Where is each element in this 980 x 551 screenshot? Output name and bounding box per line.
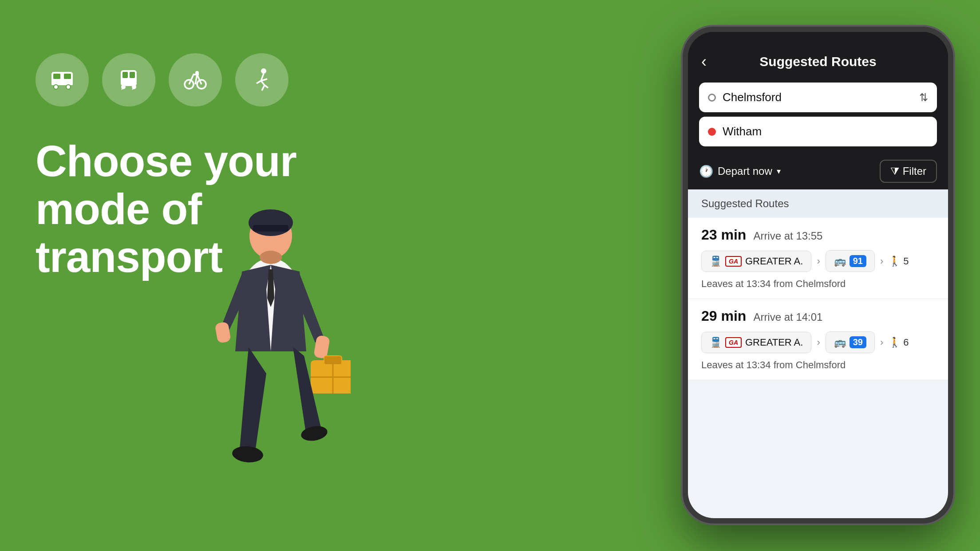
route-1-transport-row: 🚆 GA GREATER A. › 🚌 91 › 🚶 5 bbox=[701, 250, 935, 272]
bus-icon-circle bbox=[36, 53, 89, 106]
origin-dot bbox=[708, 94, 716, 102]
arrow-2a: › bbox=[817, 337, 820, 348]
route-1-train-chip: 🚆 GA GREATER A. bbox=[701, 251, 811, 272]
route-1-time-row: 23 min Arrive at 13:55 bbox=[701, 227, 935, 243]
origin-input-row[interactable]: Chelmsford ⇅ bbox=[699, 83, 937, 112]
svg-point-32 bbox=[300, 424, 329, 443]
svg-point-33 bbox=[260, 251, 282, 264]
swap-button[interactable]: ⇅ bbox=[919, 91, 928, 104]
train-chip-icon-2: 🚆 bbox=[710, 337, 722, 348]
bus-number-2: 39 bbox=[850, 336, 866, 348]
svg-point-21 bbox=[249, 209, 293, 236]
clock-icon: 🕐 bbox=[699, 165, 713, 178]
walk-icon-1: 🚶 bbox=[889, 256, 901, 267]
screen-title: Suggested Routes bbox=[759, 54, 876, 69]
chevron-down-icon: ▾ bbox=[777, 166, 781, 176]
bus-chip-icon-1: 🚌 bbox=[834, 256, 846, 267]
arrow-2b: › bbox=[880, 337, 883, 348]
walk-label-2: 6 bbox=[903, 337, 909, 348]
route-1-arrive: Arrive at 13:55 bbox=[753, 230, 822, 242]
character-illustration bbox=[173, 201, 351, 538]
route-2-train-chip: 🚆 GA GREATER A. bbox=[701, 332, 811, 353]
svg-rect-1 bbox=[53, 74, 60, 79]
arrow-1a: › bbox=[817, 256, 820, 267]
destination-input-row[interactable]: Witham bbox=[699, 117, 937, 146]
walk-icon-2: 🚶 bbox=[889, 337, 901, 348]
depart-label: Depart now bbox=[718, 165, 772, 177]
search-section: Chelmsford ⇅ Witham bbox=[688, 78, 948, 157]
train-badge-2: GA bbox=[725, 337, 742, 348]
destination-input[interactable]: Witham bbox=[723, 125, 928, 138]
svg-point-31 bbox=[232, 445, 264, 464]
arrow-1b: › bbox=[880, 256, 883, 267]
svg-point-19 bbox=[261, 68, 266, 74]
route-2-bus-chip: 🚌 39 bbox=[826, 331, 875, 353]
origin-input[interactable]: Chelmsford bbox=[723, 91, 919, 104]
bus-number-1: 91 bbox=[850, 255, 866, 267]
svg-rect-22 bbox=[253, 225, 288, 232]
train-label-1: GREATER A. bbox=[745, 256, 803, 267]
route-2-transport-row: 🚆 GA GREATER A. › 🚌 39 › 🚶 6 bbox=[701, 331, 935, 353]
route-card-2[interactable]: 29 min Arrive at 14:01 🚆 GA GREATER A. ›… bbox=[688, 299, 948, 380]
svg-rect-8 bbox=[130, 72, 135, 78]
train-badge-1: GA bbox=[725, 256, 742, 267]
phone-container: ‹ Suggested Routes Chelmsford ⇅ Witham 🕐 bbox=[683, 27, 953, 524]
svg-rect-7 bbox=[122, 72, 128, 78]
train-chip-icon: 🚆 bbox=[710, 256, 722, 267]
walk-label-1: 5 bbox=[903, 256, 909, 267]
routes-section: Suggested Routes 23 min Arrive at 13:55 … bbox=[688, 189, 948, 518]
filter-icon: ⧩ bbox=[890, 165, 899, 177]
route-1-leaves: Leaves at 13:34 from Chelmsford bbox=[701, 278, 935, 290]
route-1-walk-chip: 🚶 5 bbox=[889, 256, 909, 267]
svg-point-5 bbox=[66, 85, 71, 89]
phone-header: ‹ Suggested Routes bbox=[688, 32, 948, 78]
walk-icon-circle bbox=[235, 53, 288, 106]
route-1-duration: 23 min bbox=[701, 227, 746, 243]
phone-screen: ‹ Suggested Routes Chelmsford ⇅ Witham 🕐 bbox=[688, 32, 948, 518]
bicycle-icon-circle bbox=[169, 53, 222, 106]
route-2-walk-chip: 🚶 6 bbox=[889, 337, 909, 348]
phone-outer: ‹ Suggested Routes Chelmsford ⇅ Witham 🕐 bbox=[683, 27, 953, 523]
depart-button[interactable]: 🕐 Depart now ▾ bbox=[699, 165, 781, 178]
route-2-leaves: Leaves at 13:34 from Chelmsford bbox=[701, 359, 935, 371]
route-1-bus-chip: 🚌 91 bbox=[826, 250, 875, 272]
svg-rect-2 bbox=[64, 74, 71, 79]
train-label-2: GREATER A. bbox=[745, 337, 803, 348]
route-card-1[interactable]: 23 min Arrive at 13:55 🚆 GA GREATER A. ›… bbox=[688, 218, 948, 299]
svg-rect-9 bbox=[121, 81, 137, 84]
filter-row: 🕐 Depart now ▾ ⧩ Filter bbox=[688, 157, 948, 189]
filter-label: Filter bbox=[903, 165, 926, 177]
transport-icon-group bbox=[36, 53, 288, 106]
train-icon-circle bbox=[102, 53, 155, 106]
routes-section-header: Suggested Routes bbox=[688, 189, 948, 218]
route-2-arrive: Arrive at 14:01 bbox=[753, 311, 822, 323]
bus-chip-icon-2: 🚌 bbox=[834, 337, 846, 348]
svg-point-4 bbox=[54, 85, 58, 89]
back-button[interactable]: ‹ bbox=[701, 52, 707, 71]
route-2-time-row: 29 min Arrive at 14:01 bbox=[701, 308, 935, 324]
destination-dot bbox=[708, 128, 716, 136]
route-2-duration: 29 min bbox=[701, 308, 746, 324]
filter-button[interactable]: ⧩ Filter bbox=[880, 160, 937, 183]
